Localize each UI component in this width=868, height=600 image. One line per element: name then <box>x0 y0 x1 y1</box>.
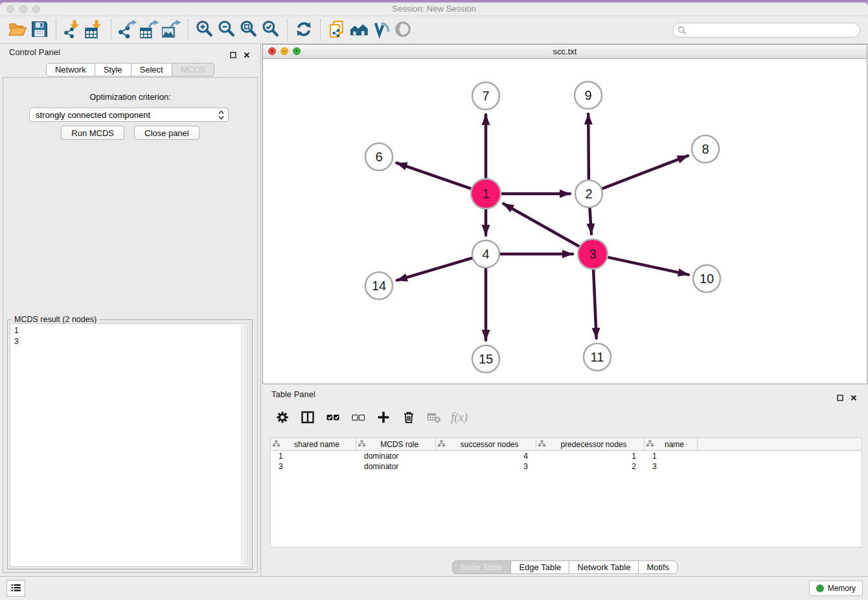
result-scrollbar[interactable] <box>241 325 249 566</box>
mcds-result-box[interactable]: 13 <box>10 323 250 567</box>
edge-3-1[interactable] <box>503 203 580 247</box>
column-header-MCDS-role[interactable]: MCDS role <box>356 438 436 450</box>
apply-layout-button[interactable] <box>293 19 315 41</box>
network-home-button[interactable] <box>348 19 370 41</box>
result-line: 3 <box>14 336 246 347</box>
save-session-button[interactable] <box>29 19 51 41</box>
edge-2-8[interactable] <box>601 156 688 189</box>
close-panel-button[interactable]: Close panel <box>134 126 200 140</box>
edge-3-10[interactable] <box>607 257 689 275</box>
export-network-button[interactable] <box>117 19 139 41</box>
network-zoom-icon[interactable]: + <box>293 47 301 55</box>
main-content: Control Panel NetworkStyleSelectMCDS Opt… <box>0 44 868 577</box>
column-header-predecessor-nodes[interactable]: predecessor nodes <box>536 438 645 450</box>
tab-edge-table[interactable]: Edge Table <box>510 560 569 574</box>
close-table-panel-icon[interactable] <box>851 392 857 404</box>
graph-node-9[interactable]: 9 <box>575 82 602 109</box>
edge-4-14[interactable] <box>397 258 474 281</box>
import-network-button[interactable] <box>62 19 84 41</box>
table-cell[interactable]: 2 <box>536 462 645 471</box>
table-cell[interactable]: 1 <box>271 452 356 461</box>
float-panel-icon[interactable] <box>230 49 236 61</box>
overview-eye-button[interactable] <box>392 19 414 41</box>
zoom-fit-button[interactable] <box>238 19 260 41</box>
zoom-out-button[interactable] <box>216 19 238 41</box>
graph-node-7[interactable]: 7 <box>472 82 499 110</box>
add-column-icon <box>376 410 391 427</box>
tab-style[interactable]: Style <box>95 63 131 76</box>
delete-column-button[interactable] <box>400 410 417 426</box>
svg-text:3: 3 <box>589 247 596 261</box>
table-cell[interactable]: 3 <box>271 462 356 471</box>
column-header-successor-nodes[interactable]: successor nodes <box>436 438 536 450</box>
network-canvas[interactable]: 7968124314101511 <box>263 58 867 384</box>
node-table: shared nameMCDS rolesuccessor nodesprede… <box>270 437 862 548</box>
window-title: Session: New Session <box>0 3 868 15</box>
optimization-criterion-value: strongly connected component <box>36 110 150 120</box>
graph-node-11[interactable]: 11 <box>584 343 611 371</box>
tab-mcds[interactable]: MCDS <box>172 63 214 76</box>
search-input[interactable] <box>672 23 860 38</box>
tab-node-table[interactable]: Node Table <box>452 560 512 574</box>
vizmap-button[interactable] <box>370 19 392 41</box>
graph-node-10[interactable]: 10 <box>693 265 720 292</box>
optimization-criterion-select[interactable]: strongly connected component <box>29 108 229 122</box>
table-row[interactable]: 1dominator411 <box>271 451 862 461</box>
duplicate-network-button[interactable] <box>326 19 348 41</box>
control-panel-title: Control Panel <box>9 44 60 61</box>
hide-all-columns-button[interactable] <box>350 410 367 426</box>
edge-3-11[interactable] <box>593 268 597 338</box>
tab-motifs[interactable]: Motifs <box>638 560 678 574</box>
graph-node-1[interactable]: 1 <box>471 179 501 209</box>
table-row[interactable]: 3dominator323 <box>271 461 862 472</box>
show-all-columns-button[interactable] <box>325 410 341 426</box>
open-session-button[interactable] <box>6 19 29 41</box>
column-settings-gear-button[interactable] <box>274 410 291 426</box>
close-panel-icon[interactable] <box>244 49 250 61</box>
table-cell[interactable]: dominator <box>356 452 436 461</box>
split-columns-button[interactable] <box>299 410 316 426</box>
graph-node-6[interactable]: 6 <box>365 143 393 170</box>
network-minimize-icon[interactable]: − <box>280 47 288 55</box>
zoom-selected-button[interactable] <box>260 19 282 41</box>
add-column-button[interactable] <box>375 410 392 426</box>
zoom-window-icon[interactable] <box>32 5 40 13</box>
svg-text:15: 15 <box>479 352 493 366</box>
import-table-button[interactable] <box>84 19 106 41</box>
tab-select[interactable]: Select <box>131 63 172 76</box>
tab-network-table[interactable]: Network Table <box>569 560 639 574</box>
close-window-icon[interactable] <box>6 5 14 13</box>
table-cell[interactable]: 3 <box>645 462 698 471</box>
apply-layout-icon <box>294 19 314 41</box>
edge-2-3[interactable] <box>589 207 591 234</box>
run-mcds-button[interactable]: Run MCDS <box>61 126 124 140</box>
minimize-window-icon[interactable] <box>19 5 27 13</box>
table-cell[interactable]: 3 <box>436 462 536 471</box>
table-cell[interactable]: dominator <box>356 462 436 471</box>
tab-network[interactable]: Network <box>46 63 95 76</box>
show-panels-list-button[interactable] <box>6 580 25 597</box>
svg-text:14: 14 <box>372 279 386 293</box>
graph-node-2[interactable]: 2 <box>575 180 602 207</box>
network-close-icon[interactable]: × <box>268 47 276 55</box>
table-cell[interactable]: 1 <box>536 452 645 461</box>
zoom-in-button[interactable] <box>194 19 216 41</box>
overview-eye-icon <box>393 19 413 41</box>
float-table-panel-icon[interactable] <box>837 392 843 404</box>
export-image-button[interactable] <box>161 19 183 41</box>
export-table-button[interactable] <box>139 19 161 41</box>
edge-2-9[interactable] <box>588 114 589 181</box>
graph-node-8[interactable]: 8 <box>692 135 719 163</box>
graph-node-15[interactable]: 15 <box>472 345 499 373</box>
memory-button[interactable]: Memory <box>809 581 863 596</box>
toolbar-separator <box>56 19 56 40</box>
column-header-name[interactable]: name <box>645 438 698 450</box>
edge-1-6[interactable] <box>396 163 472 189</box>
table-cell[interactable]: 4 <box>436 452 536 461</box>
table-cell[interactable]: 1 <box>645 452 698 461</box>
graph-node-14[interactable]: 14 <box>365 272 393 299</box>
graph-node-3[interactable]: 3 <box>578 239 608 269</box>
graph-node-4[interactable]: 4 <box>472 240 499 268</box>
column-header-shared-name[interactable]: shared name <box>271 438 356 450</box>
network-view-window: × − + scc.txt 7968124314101511 <box>262 44 867 384</box>
